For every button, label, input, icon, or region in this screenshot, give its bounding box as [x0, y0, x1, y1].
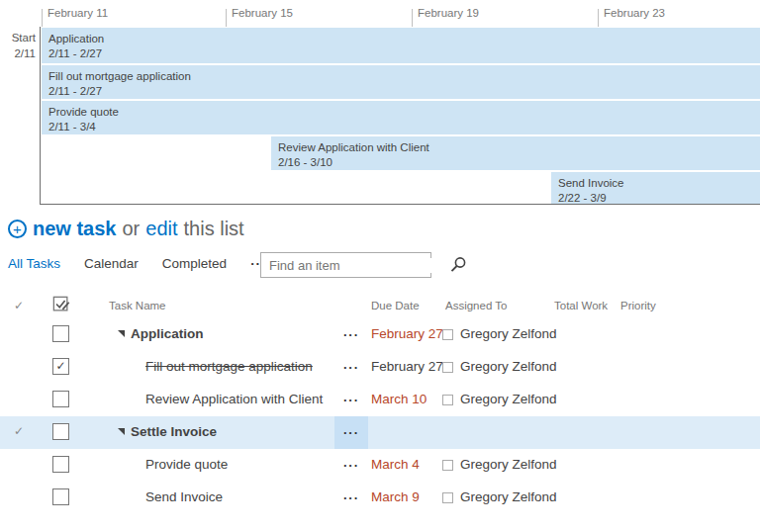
gantt-bar-date-range: 2/11 - 2/27 — [48, 84, 760, 99]
row-checkbox[interactable] — [52, 325, 69, 342]
search-box[interactable] — [260, 252, 431, 278]
assigned-to-link[interactable]: Gregory Zelfond — [460, 326, 557, 341]
column-header-due-date[interactable]: Due Date — [371, 300, 420, 311]
gantt-bar[interactable]: Provide quote 2/11 - 3/4 — [42, 101, 760, 134]
timeline-date-label: February 19 — [418, 7, 479, 19]
gantt-bar-task-name: Send Invoice — [558, 176, 760, 191]
gantt-bar-date-range: 2/11 - 3/4 — [48, 120, 760, 134]
timeline-date-label: February 11 — [48, 7, 108, 19]
gantt-bar[interactable]: Fill out mortgage application 2/11 - 2/2… — [42, 65, 760, 99]
select-all-checkbox[interactable] — [52, 296, 70, 315]
sharepoint-task-list-page: February 11 February 15 February 19 Febr… — [0, 0, 760, 532]
row-checkbox[interactable] — [52, 488, 69, 505]
task-name-link[interactable]: Send Invoice — [145, 489, 223, 504]
circled-plus-icon[interactable]: + — [8, 220, 27, 238]
assigned-presence-checkbox[interactable] — [442, 460, 453, 471]
task-name-link[interactable]: Review Application with Client — [145, 392, 323, 406]
column-header-assigned-to[interactable]: Assigned To — [445, 300, 507, 311]
assigned-presence-checkbox[interactable] — [442, 329, 453, 340]
table-header: ✓ Task Name Due Date Assigned To Total W… — [0, 295, 760, 318]
row-ellipsis-menu-icon[interactable]: ··· — [334, 482, 368, 514]
checkbox-check-icon: ✓ — [55, 359, 65, 373]
table-row: Send Invoice ··· March 9 Gregory Zelfond — [0, 482, 760, 514]
gantt-bar-date-range: 2/11 - 2/27 — [48, 46, 760, 61]
start-label: Start — [0, 30, 36, 45]
assigned-to-link[interactable]: Gregory Zelfond — [460, 489, 557, 504]
view-tab[interactable]: All Tasks — [8, 256, 60, 271]
task-name-link[interactable]: Settle Invoice — [131, 424, 217, 439]
timeline-tick — [42, 9, 43, 27]
gantt-bar-task-name: Provide quote — [48, 105, 760, 120]
timeline-tick — [598, 9, 599, 27]
edit-list-link[interactable]: edit — [145, 218, 177, 240]
gantt-bar[interactable]: Send Invoice 2/22 - 3/9 — [551, 172, 760, 204]
row-checkbox[interactable] — [52, 391, 69, 407]
gantt-bar[interactable]: Application 2/11 - 2/27 — [42, 28, 760, 63]
row-ellipsis-menu-icon[interactable]: ··· — [334, 449, 368, 482]
gantt-bar-task-name: Fill out mortgage application — [48, 69, 760, 84]
gantt-start-label: Start 2/11 — [0, 30, 36, 61]
gantt-left-axis-line — [40, 27, 41, 205]
gantt-bar-date-range: 2/22 - 3/9 — [558, 191, 760, 204]
task-name-link[interactable]: Application — [131, 326, 204, 341]
row-checkbox[interactable]: ✓ — [52, 358, 69, 375]
row-ellipsis-menu-icon[interactable]: ··· — [334, 318, 368, 351]
this-list-text: this list — [184, 218, 244, 240]
timeline-tick — [412, 9, 413, 27]
search-icon[interactable] — [447, 255, 469, 275]
row-checkbox[interactable] — [52, 456, 69, 473]
due-date-value: February 27 — [371, 359, 443, 374]
search-input[interactable] — [261, 258, 447, 273]
command-bar: + new task or edit this list — [8, 214, 250, 243]
view-tab[interactable]: Completed — [162, 256, 227, 271]
row-selected-check-icon: ✓ — [14, 424, 24, 438]
gantt-bar[interactable]: Review Application with Client 2/16 - 3/… — [271, 136, 760, 170]
assigned-to-link[interactable]: Gregory Zelfond — [460, 457, 557, 472]
assigned-to-link[interactable]: Gregory Zelfond — [460, 392, 557, 406]
due-date-value: February 27 — [371, 326, 443, 341]
column-header-task-name[interactable]: Task Name — [109, 300, 166, 311]
timeline-date-label: February 23 — [604, 7, 665, 19]
start-date: 2/11 — [0, 45, 36, 61]
gantt-bar-task-name: Application — [48, 32, 760, 46]
assigned-presence-checkbox[interactable] — [442, 492, 453, 503]
gantt-bar-date-range: 2/16 - 3/10 — [278, 155, 760, 170]
gantt-bar-task-name: Review Application with Client — [278, 140, 760, 155]
assigned-presence-checkbox[interactable] — [442, 395, 453, 405]
select-all-checkbox-icon — [52, 296, 70, 313]
row-ellipsis-menu-icon[interactable]: ··· — [334, 416, 368, 449]
table-row: Review Application with Client ··· March… — [0, 384, 760, 416]
due-date-value: March 10 — [371, 392, 427, 406]
or-text: or — [122, 218, 140, 240]
table-row: Provide quote ··· March 4 Gregory Zelfon… — [0, 449, 760, 482]
row-checkbox[interactable] — [52, 423, 69, 440]
row-ellipsis-menu-icon[interactable]: ··· — [334, 351, 368, 384]
gantt-bottom-axis-line — [40, 204, 760, 205]
collapse-triangle-icon[interactable] — [118, 330, 125, 337]
column-header-priority[interactable]: Priority — [620, 300, 656, 311]
column-header-total-work[interactable]: Total Work — [554, 300, 608, 311]
row-ellipsis-menu-icon[interactable]: ··· — [334, 384, 368, 416]
due-date-value: March 9 — [371, 489, 420, 504]
task-table-rows: Application ··· February 27 Gregory Zelf… — [0, 318, 760, 514]
view-tab[interactable]: Calendar — [84, 256, 139, 271]
new-task-link[interactable]: new task — [33, 218, 116, 240]
timeline-date-label: February 15 — [232, 7, 293, 19]
assigned-to-link[interactable]: Gregory Zelfond — [460, 359, 557, 374]
task-name-link[interactable]: Provide quote — [145, 457, 228, 472]
gantt-chart: February 11 February 15 February 19 Febr… — [0, 0, 760, 206]
timeline-tick — [226, 9, 227, 27]
due-date-value: March 4 — [371, 457, 420, 472]
table-row: ✓ Fill out mortgage application ··· Febr… — [0, 351, 760, 384]
assigned-presence-checkbox[interactable] — [442, 362, 453, 373]
header-check-icon[interactable]: ✓ — [14, 299, 24, 312]
table-row: Application ··· February 27 Gregory Zelf… — [0, 318, 760, 351]
task-name-link[interactable]: Fill out mortgage application — [145, 359, 313, 374]
collapse-triangle-icon[interactable] — [118, 428, 125, 435]
view-tabs: All Tasks Calendar Completed ··· — [8, 256, 267, 271]
table-row: ✓ Settle Invoice ··· — [0, 416, 760, 449]
